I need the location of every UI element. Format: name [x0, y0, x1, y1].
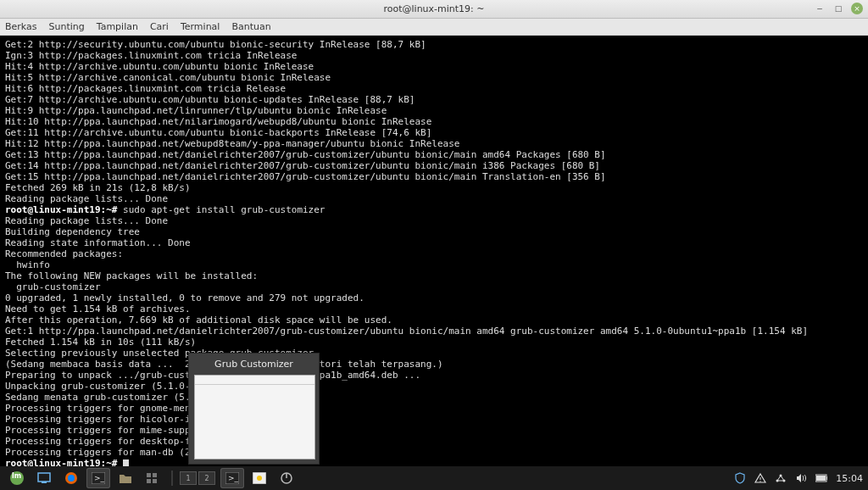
svg-rect-23	[816, 476, 826, 481]
svg-rect-0	[38, 473, 50, 482]
start-menu-button[interactable]	[5, 468, 29, 488]
svg-rect-8	[147, 479, 151, 483]
warning-icon[interactable]	[754, 472, 766, 484]
prompt-user-2: root@linux-mint19:~#	[5, 458, 117, 466]
firefox-launcher[interactable]	[59, 468, 83, 488]
terminal-window: root@linux-mint19: ~ − □ × Berkas Suntin…	[0, 0, 868, 490]
terminal-icon: >_	[92, 472, 105, 484]
terminal-launcher[interactable]: >_	[86, 468, 110, 488]
titlebar[interactable]: root@linux-mint19: ~ − □ ×	[0, 0, 868, 19]
apt-output-1: Get:2 http://security.ubuntu.com/ubuntu …	[5, 39, 606, 204]
preview-thumbnail[interactable]	[194, 375, 315, 459]
svg-rect-9	[153, 479, 157, 483]
close-button[interactable]: ×	[851, 3, 863, 14]
terminal-output[interactable]: Get:2 http://security.ubuntu.com/ubuntu …	[0, 36, 868, 466]
files-launcher[interactable]	[114, 468, 137, 488]
maximize-button[interactable]: □	[832, 3, 844, 14]
app-window-icon	[253, 472, 266, 484]
volume-icon[interactable]	[795, 472, 807, 484]
prompt-cmd-2	[117, 458, 123, 466]
svg-rect-22	[826, 476, 827, 480]
menu-sunting[interactable]: Sunting	[49, 21, 85, 32]
show-desktop-button[interactable]	[32, 468, 56, 488]
prompt-user-1: root@linux-mint19:~#	[5, 204, 117, 215]
svg-rect-7	[153, 473, 157, 477]
svg-point-3	[68, 475, 75, 482]
apt-output-2: Reading package lists... Done Building d…	[5, 215, 808, 458]
menu-bantuan[interactable]: Bantuan	[231, 21, 270, 32]
taskbar-separator	[171, 471, 173, 486]
menu-berkas[interactable]: Berkas	[5, 21, 37, 32]
network-icon[interactable]	[775, 472, 787, 484]
power-settings-icon	[280, 471, 293, 485]
svg-rect-1	[42, 482, 47, 483]
appfinder-launcher[interactable]	[141, 468, 164, 488]
taskbar-terminal-window[interactable]: >_	[220, 468, 244, 488]
svg-text:>_: >_	[228, 474, 239, 482]
window-buttons: − □ ×	[814, 3, 863, 14]
battery-icon[interactable]	[815, 472, 827, 484]
taskbar-preview[interactable]: Grub Customizer	[188, 353, 320, 465]
taskbar-unknown-window[interactable]	[275, 468, 298, 488]
system-tray: 15:04	[734, 472, 863, 484]
svg-point-17	[760, 481, 761, 482]
terminal-icon: >_	[225, 472, 239, 484]
folder-icon	[119, 472, 132, 484]
menu-terminal[interactable]: Terminal	[181, 21, 220, 32]
shield-icon[interactable]	[734, 472, 746, 484]
preview-title: Grub Customizer	[194, 359, 314, 370]
prompt-cmd-1: sudo apt-get install grub-customizer	[117, 204, 325, 215]
workspace-switcher[interactable]: 1 2	[180, 471, 215, 485]
grid-icon	[146, 472, 159, 484]
menu-tampilan[interactable]: Tampilan	[97, 21, 138, 32]
svg-point-13	[257, 476, 262, 481]
clock[interactable]: 15:04	[836, 473, 863, 484]
cursor-icon	[123, 459, 129, 466]
workspace-2[interactable]: 2	[198, 471, 215, 485]
svg-rect-6	[147, 473, 151, 477]
minimize-button[interactable]: −	[814, 3, 826, 14]
window-title: root@linux-mint19: ~	[383, 3, 484, 14]
firefox-icon	[64, 471, 78, 485]
taskbar: >_ 1 2 >_	[0, 466, 868, 490]
menubar: Berkas Sunting Tampilan Cari Terminal Ba…	[0, 19, 868, 36]
svg-text:>_: >_	[94, 474, 105, 482]
workspace-1[interactable]: 1	[180, 471, 197, 485]
mint-logo-icon	[10, 471, 24, 485]
desktop-icon	[37, 472, 51, 484]
taskbar-grub-customizer-window[interactable]	[248, 468, 271, 488]
menu-cari[interactable]: Cari	[150, 21, 169, 32]
